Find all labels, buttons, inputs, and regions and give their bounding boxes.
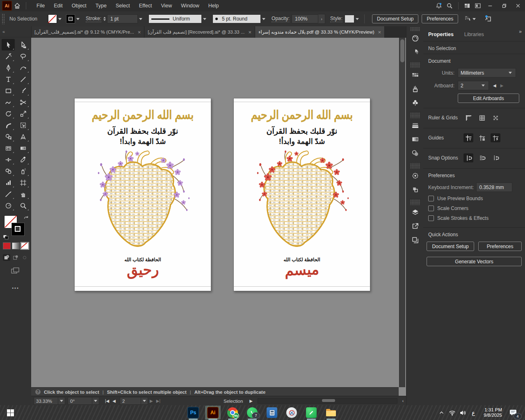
collapse-toolbar-icon[interactable]: « bbox=[2, 29, 5, 34]
tray-chevron-up-icon[interactable] bbox=[436, 406, 447, 420]
artboard-1[interactable]: بسم الله الرحمن الرحيم نوّر قلبك بحفظ ال… bbox=[74, 98, 211, 291]
symbol-sprayer-tool[interactable] bbox=[16, 165, 30, 177]
first-artboard-icon[interactable]: |◀ bbox=[105, 399, 109, 403]
qa-document-setup-button[interactable]: Document Setup bbox=[427, 242, 474, 251]
hand-tool[interactable] bbox=[16, 188, 30, 200]
taskbar-clock[interactable]: 1:31 PM 9/8/2025 bbox=[484, 407, 502, 418]
close-tab-icon[interactable]: × bbox=[378, 30, 381, 35]
next-artboard-icon[interactable]: ▶ bbox=[150, 399, 153, 403]
appearance-panel-icon[interactable] bbox=[406, 169, 424, 183]
taskbar-photoshop-icon[interactable]: Ps bbox=[185, 406, 201, 420]
keyboard-increment-field[interactable]: 0.3528 mm bbox=[476, 183, 512, 192]
default-fill-stroke-icon[interactable] bbox=[3, 234, 9, 238]
document-tab-2[interactable]: [تصميم قلب القرآن] [Recovered].ai* @ 33.… bbox=[144, 26, 255, 38]
shape-builder-tool[interactable] bbox=[2, 131, 15, 142]
brush-chevron-icon[interactable] bbox=[261, 15, 267, 23]
taskbar-calculator-icon[interactable] bbox=[264, 406, 280, 420]
paintbrush-tool[interactable] bbox=[16, 85, 30, 96]
document-tab-1[interactable]: [تصميم_قلب_القرآن].ai* @ 9.12 % (CMYK/Pr… bbox=[31, 26, 144, 38]
export-panel-icon[interactable] bbox=[406, 219, 424, 233]
menu-type[interactable]: Type bbox=[92, 2, 110, 10]
dock-grip[interactable] bbox=[410, 162, 420, 169]
opacity-flyout-icon[interactable]: › bbox=[318, 14, 325, 24]
style-chevron-icon[interactable] bbox=[354, 15, 360, 23]
dock-grip[interactable] bbox=[410, 27, 420, 31]
taskbar-illustrator-icon[interactable]: Ai bbox=[205, 406, 221, 420]
qa-preferences-button[interactable]: Preferences bbox=[478, 242, 522, 251]
zoom-tool[interactable] bbox=[16, 200, 30, 211]
vertical-scrollbar-thumb[interactable] bbox=[400, 39, 404, 62]
draw-normal-icon[interactable] bbox=[3, 254, 10, 261]
close-tab-icon[interactable]: × bbox=[249, 30, 252, 35]
free-transform-tool[interactable] bbox=[16, 119, 30, 131]
scale-corners-checkbox[interactable] bbox=[428, 205, 434, 211]
shaper-tool[interactable] bbox=[2, 96, 15, 108]
opacity-field[interactable]: 100% bbox=[292, 14, 318, 23]
show-grid-icon[interactable] bbox=[477, 113, 487, 122]
document-setup-button[interactable]: Document Setup bbox=[372, 14, 418, 23]
menu-edit[interactable]: Edit bbox=[50, 2, 66, 10]
select-similar-options[interactable] bbox=[464, 15, 477, 23]
show-guides-icon[interactable] bbox=[463, 133, 473, 142]
brush-select[interactable]: 5 pt. Round bbox=[212, 14, 261, 23]
show-rulers-icon[interactable] bbox=[463, 113, 473, 122]
direct-selection-tool[interactable] bbox=[16, 39, 30, 50]
brushes-panel-icon[interactable] bbox=[406, 82, 424, 96]
cloud-document-icon[interactable] bbox=[484, 14, 493, 24]
color-guide-panel-icon[interactable] bbox=[406, 45, 424, 59]
illustrator-logo-icon[interactable]: Ai bbox=[2, 1, 12, 11]
warp-tool[interactable] bbox=[2, 119, 15, 131]
gradient-button[interactable] bbox=[12, 242, 20, 249]
taskbar-notes-app-icon[interactable] bbox=[304, 406, 319, 420]
edit-artboards-button[interactable]: Edit Artboards bbox=[458, 94, 519, 103]
canvas[interactable]: بسم الله الرحمن الرحيم نوّر قلبك بحفظ ال… bbox=[31, 38, 406, 405]
scale-strokes-effects-checkbox[interactable] bbox=[428, 215, 434, 221]
zoom-level-field[interactable]: 33.33% bbox=[34, 397, 58, 405]
perspective-grid-tool[interactable] bbox=[16, 131, 30, 142]
swatches-panel-icon[interactable] bbox=[406, 68, 424, 82]
width-profile-select[interactable]: Uniform bbox=[148, 14, 202, 23]
horizontal-scrollbar-thumb[interactable] bbox=[322, 399, 335, 402]
units-select[interactable]: Millimeters bbox=[458, 68, 516, 78]
graphic-styles-panel-icon[interactable] bbox=[406, 183, 424, 196]
snap-to-point-icon[interactable] bbox=[463, 153, 473, 162]
screen-mode-button[interactable] bbox=[0, 267, 31, 275]
workspace-switcher-icon[interactable] bbox=[462, 1, 472, 11]
opacity-label[interactable]: Opacity: bbox=[272, 16, 290, 22]
color-button[interactable] bbox=[3, 242, 11, 249]
tab-properties[interactable]: Properties bbox=[428, 32, 454, 41]
arrange-documents-icon[interactable] bbox=[472, 1, 483, 11]
stroke-panel-icon[interactable] bbox=[406, 118, 424, 132]
blend-tool[interactable] bbox=[2, 165, 15, 177]
previous-artboard-icon[interactable]: ◀ bbox=[112, 399, 116, 403]
menu-effect[interactable]: Effect bbox=[135, 2, 156, 10]
snap-to-grid-icon[interactable] bbox=[477, 153, 487, 162]
magic-wand-tool[interactable] bbox=[2, 50, 15, 62]
artboard-tool[interactable] bbox=[16, 177, 30, 188]
taskbar-chrome-icon[interactable]: My bbox=[225, 406, 240, 420]
collapse-panel-icon[interactable]: » bbox=[519, 29, 522, 34]
artboards-panel-icon[interactable] bbox=[406, 233, 424, 247]
last-artboard-icon[interactable]: ▶| bbox=[156, 399, 160, 403]
scissors-tool[interactable] bbox=[16, 96, 30, 108]
slice-tool[interactable] bbox=[2, 188, 15, 200]
stroke-label[interactable]: Stroke: bbox=[86, 16, 101, 22]
draw-inside-icon[interactable] bbox=[21, 254, 28, 261]
draw-behind-icon[interactable] bbox=[12, 254, 19, 261]
start-button[interactable] bbox=[2, 406, 18, 420]
search-icon[interactable] bbox=[444, 1, 455, 11]
dock-grip[interactable] bbox=[410, 199, 420, 205]
generate-vectors-button[interactable]: Generate Vectors bbox=[427, 257, 522, 266]
none-button[interactable] bbox=[21, 242, 29, 249]
close-tab-icon[interactable]: × bbox=[138, 30, 141, 35]
stroke-color-swatch[interactable] bbox=[66, 14, 75, 23]
status-tool-label[interactable]: Selection bbox=[224, 399, 243, 404]
fill-color-swatch[interactable] bbox=[48, 14, 57, 23]
stroke-weight-chevron-icon[interactable] bbox=[138, 15, 144, 23]
select-similar-chevron-icon[interactable] bbox=[471, 15, 477, 23]
stroke-proxy-swatch[interactable] bbox=[11, 223, 25, 236]
stroke-dropdown-chevron-icon[interactable] bbox=[75, 15, 81, 23]
rotation-field[interactable]: 0° bbox=[68, 397, 92, 405]
eyedropper-tool[interactable] bbox=[16, 154, 30, 165]
rotate-tool[interactable] bbox=[2, 108, 15, 119]
